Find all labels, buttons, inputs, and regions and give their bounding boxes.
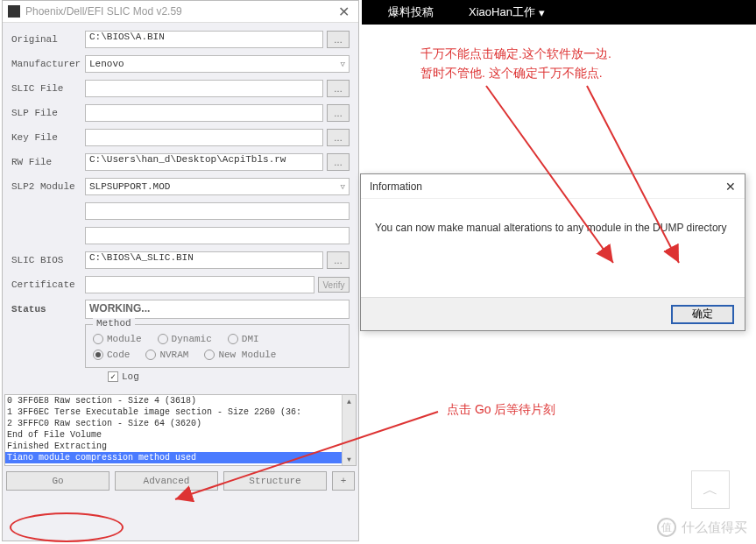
app-icon: [8, 5, 20, 18]
chevron-up-icon: ︿: [703, 479, 718, 500]
manufacturer-dropdown[interactable]: Lenovo▽: [85, 55, 350, 73]
browse-slic-button[interactable]: …: [327, 80, 350, 97]
information-dialog: Information ✕ You can now make manual al…: [360, 173, 745, 331]
radio-nvram[interactable]: NVRAM: [145, 350, 188, 360]
label-manufacturer: Manufacturer: [11, 59, 85, 69]
status-value: WORKING...: [85, 300, 350, 319]
annotation-top: 千万不能点击确定.这个软件放一边. 暂时不管他. 这个确定千万不能点.: [420, 44, 611, 83]
method-group: Method Module Dynamic DMI Code NVRAM New…: [85, 324, 350, 368]
label-slic-bios: SLIC BIOS: [11, 255, 85, 265]
rw-file-field[interactable]: C:\Users\han_d\Desktop\AcpiTbls.rw: [85, 153, 323, 171]
window-title: Phoenix/Dell/EFI SLIC Mod v2.59: [25, 5, 335, 18]
method-title: Method: [93, 318, 135, 329]
original-field[interactable]: C:\BIOS\A.BIN: [85, 31, 323, 48]
titlebar: Phoenix/Dell/EFI SLIC Mod v2.59 ✕: [3, 1, 358, 23]
radio-code[interactable]: Code: [93, 350, 130, 360]
slp-file-field[interactable]: [85, 104, 323, 122]
topbar-item-work[interactable]: XiaoHan工作 ▾: [469, 4, 545, 20]
go-button[interactable]: Go: [6, 471, 110, 491]
annotation-bottom: 点击 Go 后等待片刻: [447, 399, 555, 419]
browse-original-button[interactable]: …: [327, 31, 350, 48]
topbar-item-submit[interactable]: 爆料投稿: [388, 4, 434, 20]
label-original: Original: [11, 34, 85, 45]
radio-dmi[interactable]: DMI: [228, 334, 259, 344]
chevron-down-icon: ▾: [539, 6, 545, 19]
key-file-field[interactable]: [85, 129, 323, 146]
page-topbar: 爆料投稿 XiaoHan工作 ▾: [362, 0, 756, 25]
extra-field-2[interactable]: [85, 227, 350, 244]
slic-mod-window: Phoenix/Dell/EFI SLIC Mod v2.59 ✕ Origin…: [2, 0, 359, 541]
advanced-button[interactable]: Advanced: [115, 471, 218, 491]
label-certificate: Certificate: [11, 279, 85, 290]
label-slic-file: SLIC File: [11, 83, 85, 94]
dialog-titlebar: Information ✕: [361, 174, 745, 199]
browse-slic-bios-button[interactable]: …: [327, 251, 350, 269]
chevron-down-icon: ▽: [341, 182, 345, 192]
structure-button[interactable]: Structure: [223, 471, 327, 491]
log-label: Log: [122, 371, 139, 382]
certificate-field[interactable]: [85, 276, 314, 293]
label-key-file: Key File: [11, 132, 85, 143]
slic-file-field[interactable]: [85, 80, 323, 97]
verify-button[interactable]: Verify: [318, 277, 350, 293]
label-rw-file: RW File: [11, 157, 85, 167]
log-scrollbar[interactable]: ▲▼: [342, 395, 356, 465]
watermark-icon: 值: [657, 518, 676, 537]
slp2-module-dropdown[interactable]: SLPSUPPORT.MOD▽: [85, 178, 350, 195]
dialog-body-text: You can now make manual alterations to a…: [361, 199, 745, 257]
annotation-go-circle: [10, 512, 124, 542]
label-status: Status: [11, 304, 85, 314]
watermark: 值 什么值得买: [657, 518, 747, 537]
label-slp-file: SLP File: [11, 108, 85, 118]
ok-button[interactable]: 确定: [671, 305, 734, 324]
browse-slp-button[interactable]: …: [327, 104, 350, 122]
dialog-close-icon[interactable]: ✕: [725, 180, 736, 194]
chevron-down-icon: ▽: [341, 60, 345, 69]
scroll-top-button[interactable]: ︿: [691, 470, 730, 509]
more-button[interactable]: +: [332, 471, 355, 491]
extra-field-1[interactable]: [85, 202, 350, 220]
browse-key-button[interactable]: …: [327, 129, 350, 146]
dialog-title-text: Information: [370, 180, 422, 193]
slic-bios-field[interactable]: C:\BIOS\A_SLIC.BIN: [85, 251, 323, 269]
radio-new-module[interactable]: New Module: [204, 350, 276, 360]
log-output[interactable]: 0 3FF6E8 Raw section - Size 4 (3618) 1 3…: [4, 394, 357, 466]
close-icon[interactable]: ✕: [335, 4, 353, 20]
radio-module[interactable]: Module: [93, 334, 142, 344]
log-checkbox[interactable]: ✓: [108, 371, 118, 382]
radio-dynamic[interactable]: Dynamic: [158, 334, 212, 344]
browse-rw-button[interactable]: …: [327, 153, 350, 171]
label-slp2-module: SLP2 Module: [11, 181, 85, 192]
